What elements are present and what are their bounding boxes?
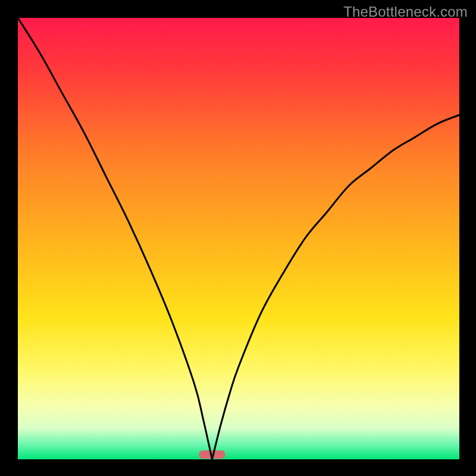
bottleneck-chart bbox=[0, 0, 476, 476]
watermark-text: TheBottleneck.com bbox=[343, 4, 468, 20]
chart-frame: TheBottleneck.com bbox=[0, 0, 476, 476]
plot-background bbox=[18, 18, 459, 459]
